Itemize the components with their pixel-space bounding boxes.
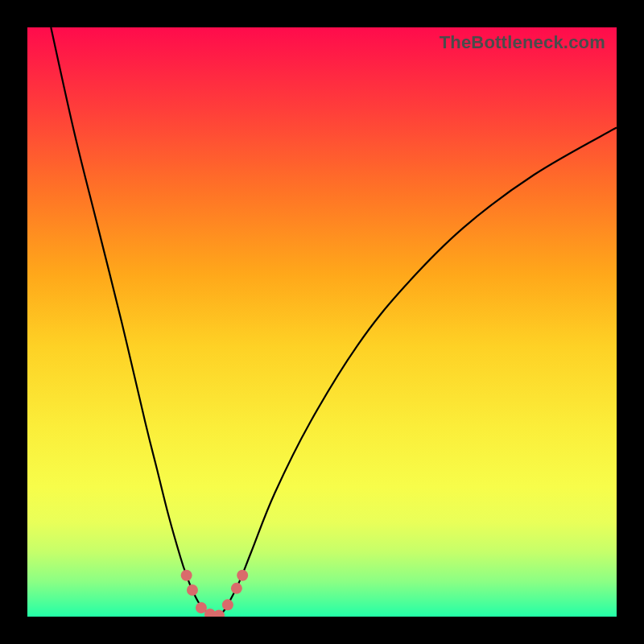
plot-area: TheBottleneck.com <box>27 27 617 617</box>
highlight-dot <box>222 599 233 610</box>
chart-frame: TheBottleneck.com <box>0 0 644 644</box>
highlight-dot <box>181 570 192 581</box>
highlight-dots <box>181 570 249 617</box>
chart-svg <box>27 27 617 617</box>
highlight-dot <box>237 570 248 581</box>
right-curve <box>216 127 617 617</box>
highlight-dot <box>231 583 242 594</box>
left-curve <box>51 27 216 617</box>
highlight-dot <box>187 584 198 596</box>
